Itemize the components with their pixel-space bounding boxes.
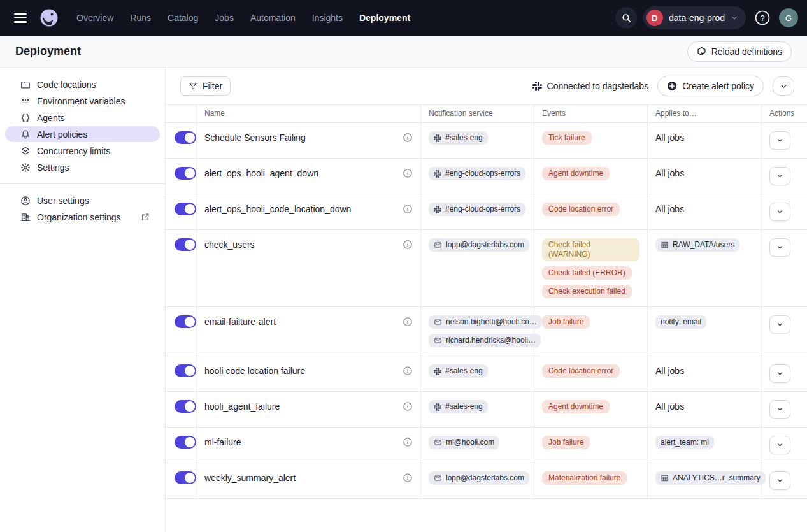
info-icon[interactable] (403, 203, 413, 214)
user-avatar[interactable]: G (779, 8, 798, 27)
policy-enabled-toggle[interactable] (175, 203, 196, 215)
policy-enabled-toggle[interactable] (175, 436, 196, 449)
event-tag: Code location error (542, 364, 620, 378)
sidebar-item-user-settings[interactable]: User settings (5, 192, 160, 208)
help-icon[interactable]: ? (752, 8, 773, 28)
name-cell: alert_ops_hooli_agent_down (196, 159, 420, 194)
row-actions-dropdown[interactable] (769, 364, 790, 383)
nav-item-automation[interactable]: Automation (250, 13, 296, 23)
menu-icon[interactable] (9, 6, 32, 29)
slack-icon (434, 134, 441, 142)
info-icon[interactable] (403, 167, 413, 178)
applies-to-cell: RAW_DATA/users (647, 230, 761, 306)
slack-icon (434, 170, 441, 178)
deployment-badge: D (646, 10, 663, 26)
row-actions-dropdown[interactable] (769, 436, 790, 454)
policy-name: hooli_agent_failure (204, 400, 280, 413)
policy-enabled-toggle[interactable] (175, 364, 196, 377)
info-icon[interactable] (403, 238, 413, 250)
primary-nav: OverviewRunsCatalogJobsAutomationInsight… (76, 13, 410, 23)
info-icon[interactable] (403, 131, 413, 143)
info-icon[interactable] (403, 471, 413, 483)
dagster-logo-icon[interactable] (38, 7, 60, 29)
plus-circle-icon (667, 81, 677, 91)
policy-enabled-toggle[interactable] (175, 400, 196, 413)
sidebar-item-organization-settings[interactable]: Organization settings (5, 209, 160, 225)
table-row: hooli code location failure #sales-eng C… (166, 356, 807, 392)
user-icon (20, 196, 31, 206)
toggle-cell (166, 392, 196, 427)
top-nav: OverviewRunsCatalogJobsAutomationInsight… (0, 0, 807, 36)
more-actions-dropdown[interactable] (773, 76, 794, 96)
agents-icon (20, 113, 31, 123)
layers-icon (20, 146, 31, 156)
event-tag: Job failure (542, 315, 590, 329)
info-icon[interactable] (403, 436, 413, 447)
column-name: Name (196, 105, 420, 122)
row-actions-dropdown[interactable] (769, 203, 790, 221)
name-cell: hooli code location failure (196, 356, 420, 391)
events-cell: Code location error (534, 194, 647, 229)
row-actions-dropdown[interactable] (769, 471, 790, 490)
policy-enabled-toggle[interactable] (175, 238, 196, 251)
policy-enabled-toggle[interactable] (175, 315, 196, 328)
sidebar-item-environment-variables[interactable]: Environment variables (5, 93, 160, 109)
row-actions-dropdown[interactable] (769, 400, 790, 419)
name-cell: hooli_agent_failure (196, 392, 420, 427)
event-tag: Check failed (ERROR) (542, 266, 632, 280)
policy-enabled-toggle[interactable] (175, 471, 196, 484)
deployment-switcher[interactable]: D data-eng-prod (643, 6, 746, 29)
sidebar-item-agents[interactable]: Agents (5, 110, 160, 126)
notification-cell: ml@hooli.com (420, 428, 534, 463)
sidebar-item-settings[interactable]: Settings (5, 159, 160, 175)
info-icon[interactable] (403, 315, 413, 327)
events-cell: Code location error (534, 356, 647, 391)
nav-item-jobs[interactable]: Jobs (215, 13, 234, 23)
sidebar-item-concurrency-limits[interactable]: Concurrency limits (5, 143, 160, 159)
name-cell: weekly_summary_alert (196, 463, 420, 498)
policy-name: Schedule Sensors Failing (204, 131, 306, 144)
sidebar-divider (0, 183, 165, 184)
sidebar-item-label: Agents (37, 113, 65, 123)
policy-enabled-toggle[interactable] (175, 167, 196, 180)
nav-item-catalog[interactable]: Catalog (168, 13, 198, 23)
nav-item-insights[interactable]: Insights (312, 13, 343, 23)
applies-to-cell: notify: email (647, 307, 761, 356)
row-actions-dropdown[interactable] (769, 238, 790, 257)
sidebar-item-label: Organization settings (37, 212, 121, 222)
slack-icon (532, 82, 542, 91)
event-tag: Code location error (542, 203, 620, 216)
sidebar-item-label: Code locations (37, 80, 96, 90)
event-tag: Materialization failure (542, 471, 627, 485)
notification-label: nelson.bighetti@hooli.co… (446, 317, 537, 327)
nav-item-runs[interactable]: Runs (130, 13, 151, 23)
notification-label: richard.hendricks@hooli… (446, 336, 536, 345)
applies-to-value: All jobs (655, 168, 684, 178)
info-icon[interactable] (403, 400, 413, 412)
policy-enabled-toggle[interactable] (175, 131, 196, 144)
sidebar-item-code-locations[interactable]: Code locations (5, 76, 160, 92)
nav-item-overview[interactable]: Overview (76, 13, 113, 23)
create-alert-policy-button[interactable]: Create alert policy (657, 76, 764, 96)
notification-tag: ml@hooli.com (429, 436, 499, 449)
sidebar-item-alert-policies[interactable]: Alert policies (5, 126, 160, 142)
row-actions-dropdown[interactable] (769, 167, 790, 185)
row-actions-dropdown[interactable] (769, 315, 790, 334)
applies-to-tag: notify: email (655, 315, 706, 329)
search-icon[interactable] (615, 7, 637, 29)
reload-definitions-button[interactable]: Reload definitions (687, 41, 792, 62)
mail-icon (434, 318, 442, 326)
row-actions-dropdown[interactable] (769, 131, 790, 150)
filter-button[interactable]: Filter (180, 76, 231, 96)
table-row: alert_ops_hooli_agent_down #eng-cloud-op… (166, 159, 807, 194)
event-tag: Agent downtime (542, 400, 610, 413)
info-icon[interactable] (403, 364, 413, 376)
events-cell: Agent downtime (534, 159, 647, 194)
event-tag: Job failure (542, 436, 590, 449)
nav-item-deployment[interactable]: Deployment (359, 13, 410, 23)
notification-cell: lopp@dagsterlabs.com (420, 463, 534, 498)
page-header: Deployment Reload definitions (0, 36, 807, 68)
notification-tag: richard.hendricks@hooli… (429, 334, 541, 347)
applies-to-cell: ANALYTICS…r_summary (647, 463, 761, 498)
events-cell: Agent downtime (534, 392, 647, 427)
